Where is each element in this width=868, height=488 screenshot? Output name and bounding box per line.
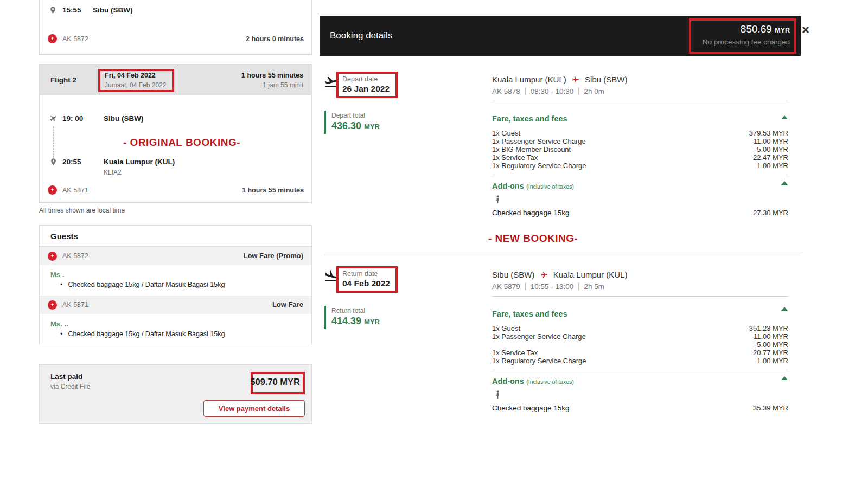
addons-note: (Inclusive of taxes) (526, 183, 574, 190)
addon-label: Checked baggage 15kg (492, 209, 570, 217)
guest-addon: Checked baggage 15kg / Daftar Masuk Baga… (60, 330, 225, 338)
panel-total: 850.69 MYR (741, 23, 790, 35)
airline-logo: ✦ (48, 34, 57, 43)
arrival-airport: Sibu (SBW) (93, 6, 133, 14)
last-paid-title: Last paid (50, 373, 82, 381)
depart-route-to: Sibu (SBW) (585, 75, 627, 84)
last-paid-method: via Credit File (50, 383, 90, 390)
flight-number: AK 5872 (62, 35, 88, 43)
return-date-value: 04 Feb 2022 (342, 279, 390, 288)
return-route-to: Kuala Lumpur (KUL) (553, 270, 628, 279)
new-booking-annotation: - NEW BOOKING- (488, 233, 578, 245)
route-dashed-line (53, 126, 54, 158)
person-icon (494, 195, 501, 204)
return-total-value: 414.39 MYR (331, 316, 380, 327)
depart-times: 08:30 - 10:30 (531, 87, 574, 95)
fee-row: 1x Regulatory Service Charge1.00 MYR (492, 162, 788, 170)
fee-row: 1x Passenger Service Charge11.00 MYR (492, 332, 788, 341)
divider (492, 296, 788, 297)
panel-total-note: No processing fee charged (703, 38, 790, 46)
flight2-card: Flight 2 Fri, 04 Feb 2022 Jumaat, 04 Feb… (39, 64, 312, 203)
depart-meta: AK 587808:30 - 10:302h 0m (492, 87, 604, 95)
guest-segment-row: ✦ AK 5872 Low Fare (Promo) (40, 247, 311, 265)
depart-time: 19: 00 (62, 114, 83, 123)
view-payment-details-button[interactable]: View payment details (203, 400, 305, 417)
chevron-up-icon[interactable] (781, 376, 788, 380)
return-fees-list: 1x Guest351.23 MYR 1x Passenger Service … (492, 324, 788, 365)
return-date-label: Return date (342, 270, 378, 278)
last-paid-card: Last paid via Credit File 509.70 MYR Vie… (39, 364, 312, 424)
flight2-date-alt: Jumaat, 04 Feb 2022 (105, 81, 166, 89)
flight2-duration: 1 hours 55 minutes (241, 72, 303, 79)
divider (492, 370, 788, 370)
addons-note: (Inclusive of taxes) (526, 378, 574, 385)
red-plane-icon (572, 76, 579, 84)
pin-icon (49, 6, 57, 14)
depart-total-label: Depart total (331, 112, 365, 119)
depart-duration: 2h 0m (584, 87, 604, 95)
guest-addon: Checked baggage 15kg / Daftar Masuk Baga… (60, 281, 225, 288)
return-duration: 2h 5m (584, 282, 604, 291)
pin-icon (49, 158, 58, 166)
fee-row: 1x Guest351.23 MYR (492, 324, 788, 332)
fee-row: 1x BIG Member Discount-5.00 MYR (492, 145, 788, 153)
segment-flight-number: AK 5872 (62, 252, 88, 260)
person-icon (494, 390, 501, 399)
guest-segment-row: ✦ AK 5871 Low Fare (40, 296, 311, 314)
depart-date-label: Depart date (342, 75, 378, 83)
depart-addons-title: Add-ons (Inclusive of taxes) (492, 181, 574, 191)
return-flight-number: AK 5879 (492, 282, 520, 291)
panel-title: Booking details (330, 30, 392, 41)
flight-duration: 2 hours 0 minutes (246, 35, 304, 43)
arrival-time: 15:55 (62, 6, 81, 14)
flight2-header: Flight 2 Fri, 04 Feb 2022 Jumaat, 04 Feb… (40, 65, 311, 95)
depart-route: Kuala Lumpur (KUL) Sibu (SBW) (492, 75, 627, 84)
close-icon[interactable]: ✕ (801, 24, 810, 36)
segment-fare-type: Low Fare (272, 300, 303, 309)
addon-label: Checked baggage 15kg (492, 404, 570, 412)
depart-airport: Sibu (SBW) (104, 114, 144, 123)
return-times: 10:55 - 13:00 (531, 282, 574, 291)
chevron-up-icon[interactable] (781, 115, 788, 119)
depart-flight-number: AK 5878 (492, 87, 520, 95)
chevron-up-icon[interactable] (781, 307, 788, 311)
route-dashed-line (53, 0, 53, 4)
flight-duration: 1 hours 55 minutes (242, 187, 304, 194)
depart-total-value: 436.30 MYR (331, 120, 380, 132)
arrive-time: 20:55 (62, 158, 81, 166)
previous-flight-card: 15:55 Sibu (SBW) ✦ AK 5872 2 hours 0 min… (39, 0, 312, 55)
divider (492, 175, 788, 175)
arrive-terminal: KLIA2 (104, 169, 122, 176)
return-meta: AK 587910:55 - 13:002h 5m (492, 282, 604, 291)
red-plane-icon (540, 271, 548, 279)
panel-total-currency: MYR (775, 27, 790, 34)
addon-value: 27.30 MYR (753, 209, 788, 217)
addon-value: 35.39 MYR (753, 404, 788, 412)
depart-addon-row: Checked baggage 15kg 27.30 MYR (492, 209, 788, 217)
guests-card: Guests ✦ AK 5872 Low Fare (Promo) Ms . C… (39, 225, 312, 345)
return-total-accent-bar (324, 306, 326, 329)
fee-row: 1x Service Tax22.47 MYR (492, 153, 788, 162)
airline-logo: ✦ (48, 185, 57, 195)
fee-row: 1x Regulatory Service Charge1.00 MYR (492, 357, 788, 365)
flight-number: AK 5871 (62, 187, 88, 194)
arrive-airport: Kuala Lumpur (KUL) (104, 158, 175, 166)
plane-icon (49, 114, 58, 123)
original-booking-annotation: - ORIGINAL BOOKING- (100, 137, 263, 149)
fee-row: 1x Passenger Service Charge11.00 MYR (492, 137, 788, 145)
guests-title: Guests (50, 232, 78, 241)
last-paid-amount: 509.70 MYR (250, 377, 300, 387)
guest-name: Ms . (50, 271, 64, 279)
return-fees-title: Fare, taxes and fees (492, 310, 567, 318)
return-addons-title: Add-ons (Inclusive of taxes) (492, 376, 574, 386)
depart-fees-list: 1x Guest379.53 MYR 1x Passenger Service … (492, 129, 788, 170)
depart-fees-title: Fare, taxes and fees (492, 114, 567, 123)
guest-name: Ms. .. (50, 320, 68, 328)
flight2-label: Flight 2 (50, 76, 76, 84)
chevron-up-icon[interactable] (781, 181, 788, 185)
divider (324, 255, 801, 255)
fee-row: 1x Guest379.53 MYR (492, 129, 788, 137)
depart-date-value: 26 Jan 2022 (342, 84, 390, 94)
divider (492, 101, 788, 101)
local-time-note: All times shown are local time (39, 207, 125, 214)
